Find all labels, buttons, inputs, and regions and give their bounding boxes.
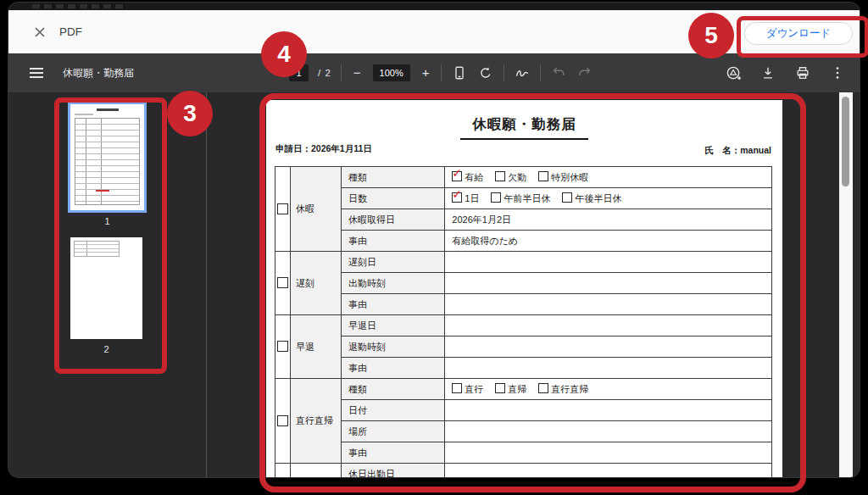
unchecked-checkbox-icon [491,192,501,203]
close-button[interactable] [31,23,49,42]
field-label-cell: 場所 [342,421,445,442]
form-table-row: 休日出勤日 [275,464,772,478]
form-checkbox-option: 直行 [452,384,483,394]
field-label-cell: 日数 [342,188,445,209]
section-name-cell: 直行直帰 [291,379,342,464]
field-label-cell: 事由 [342,358,445,379]
more-options-icon[interactable] [829,64,846,81]
field-value-cell: 有給取得のため [445,231,772,252]
section-checkbox-cell [275,167,291,252]
field-value-cell [445,273,772,294]
thumbnail-mini-title [97,108,119,111]
field-label-cell: 事由 [342,231,445,252]
page-thumbnail-1[interactable] [68,102,147,213]
print-icon[interactable] [794,64,811,81]
checkbox-option-label: 直行 [465,384,483,394]
form-title-wrap: 休暇願・勤務届 [266,115,782,140]
annotation-step-badge-3: 3 [167,91,213,136]
zoom-level-display: 100% [373,64,410,81]
field-label-cell: 退勤時刻 [342,336,445,358]
background-browser-sliver [8,3,860,10]
zoom-out-button[interactable]: − [351,64,364,81]
section-checkbox [277,203,288,214]
thumbnail-2-label: 2 [67,344,146,354]
form-table-row: 日数1日午前半日休午後半日休 [275,188,772,209]
field-label-cell: 種類 [342,379,445,400]
pdf-preview-window: PDF ダウンロード 休暇願・勤務届 1 / 2 − 100% + [8,3,860,477]
scrollbar-track [839,92,853,477]
form-table-row: 日付 [275,400,772,421]
annotate-icon[interactable] [514,64,531,81]
toolbar-doc-title: 休暇願・勤務届 [63,66,134,81]
page-thumbnail-2[interactable] [70,237,142,339]
toolbar-right-group [725,53,846,92]
field-value-cell [445,358,772,379]
form-checkbox-option: 特別休暇 [538,172,588,182]
unchecked-checkbox-icon [495,171,505,181]
undo-icon[interactable] [550,64,567,81]
viewer-content: 1 2 休暇願・勤務届 申請日：2026年1月11日 氏 名：manual 休暇… [8,92,860,477]
field-value-cell [445,252,772,273]
field-label-cell: 事由 [342,442,445,464]
form-checkbox-option: 有給 [452,172,483,182]
section-checkbox-cell [275,379,291,464]
section-checkbox-cell [275,464,291,478]
applicant-name: 氏 名：manual [704,145,771,157]
add-to-drive-icon[interactable] [725,64,742,81]
form-table-row: 事由 [275,442,772,464]
download-icon[interactable] [760,64,776,81]
field-label-cell: 出勤時刻 [342,273,445,294]
section-name-cell [291,464,342,478]
checkbox-option-label: 特別休暇 [551,172,588,182]
checkbox-option-label: 直帰 [508,384,526,394]
toolbar-center-group: 1 / 2 − 100% + [289,53,593,92]
screenshot-stage: PDF ダウンロード 休暇願・勤務届 1 / 2 − 100% + [0,0,868,495]
field-value-cell [445,315,772,336]
toolbar-left-group: 休暇願・勤務届 [28,53,134,92]
form-checkbox-option: 1日 [452,193,479,203]
form-checkbox-option: 午後半日休 [562,193,621,203]
background-text-sliver [32,4,125,8]
field-label-cell: 事由 [342,294,445,315]
field-value-cell [445,400,772,421]
form-checkbox-option: 午前半日休 [491,193,550,203]
page-total-label: / 2 [318,68,331,78]
menu-icon[interactable] [28,66,45,80]
thumbnail-1-label: 1 [68,216,147,226]
field-value-cell: 直行直帰直行直帰 [445,379,772,400]
section-checkbox [277,415,288,426]
checkbox-option-label: 欠勤 [508,172,526,182]
section-checkbox-cell [275,252,291,315]
thumbnail-mini-table [74,241,120,257]
checked-checkbox-icon [452,171,462,181]
form-table-row: 退勤時刻 [275,336,772,358]
annotation-step-badge-5: 5 [688,13,734,58]
field-value-cell: 1日午前半日休午後半日休 [445,188,772,209]
pdf-toolbar: 休暇願・勤務届 1 / 2 − 100% + [8,53,860,92]
form-title: 休暇願・勤務届 [460,115,588,140]
checkbox-option-label: 1日 [465,193,479,203]
unchecked-checkbox-icon [538,383,548,393]
zoom-in-button[interactable]: + [420,64,432,81]
field-value-cell [445,442,772,464]
fit-page-icon[interactable] [451,64,468,81]
modal-title: PDF [59,10,82,53]
field-label-cell: 種類 [342,167,445,188]
rotate-icon[interactable] [477,64,494,81]
form-checkbox-option: 欠勤 [495,172,526,182]
form-table: 休暇種類有給欠勤特別休暇日数1日午前半日休午後半日休休暇取得日2026年1月2日… [275,166,772,477]
field-value-cell: 2026年1月2日 [445,209,772,231]
redo-icon[interactable] [576,64,593,81]
form-table-row: 場所 [275,421,772,442]
unchecked-checkbox-icon [538,171,548,181]
close-icon [32,25,47,40]
checkbox-option-label: 午後半日休 [575,193,621,203]
scrollbar-thumb[interactable] [842,97,849,186]
checkbox-option-label: 午前半日休 [504,193,550,203]
download-button[interactable]: ダウンロード [744,22,853,45]
form-checkbox-option: 直帰 [495,384,526,394]
application-date: 申請日：2026年1月11日 [275,143,372,155]
form-table-row: 出勤時刻 [275,273,772,294]
checkbox-option-label: 直行直帰 [551,384,588,394]
field-label-cell: 休暇取得日 [342,209,445,231]
